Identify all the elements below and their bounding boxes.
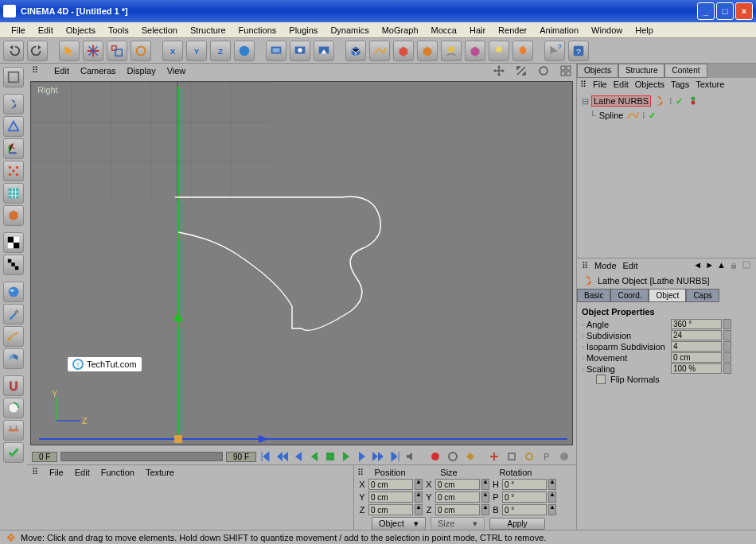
mat-menu-function[interactable]: Function	[101, 468, 134, 477]
edges-mode-button[interactable]	[3, 138, 24, 159]
render-settings-button[interactable]	[314, 41, 334, 61]
vp-menu-edit[interactable]: Edit	[54, 66, 69, 76]
menu-mocca[interactable]: Mocca	[425, 24, 463, 37]
mat-menu-texture[interactable]: Texture	[146, 468, 174, 477]
coord-system-button[interactable]	[234, 41, 255, 61]
size-x-field[interactable]	[435, 479, 480, 490]
grip-icon[interactable]: ⠿	[32, 65, 43, 76]
brush-tool-button[interactable]	[3, 304, 24, 324]
pos-z-spinner[interactable]: ▲	[415, 504, 423, 515]
key-selection-button[interactable]	[463, 450, 477, 463]
rot-b-spinner[interactable]: ▲	[548, 504, 556, 515]
uv-mode-button[interactable]	[3, 205, 24, 226]
play-button[interactable]	[339, 450, 353, 463]
menu-tools[interactable]: Tools	[102, 24, 135, 37]
menu-plugins[interactable]: Plugins	[283, 24, 324, 37]
movement-field[interactable]	[671, 352, 722, 363]
spline-button[interactable]	[369, 41, 390, 61]
pos-y-spinner[interactable]: ▲	[415, 492, 423, 503]
menu-animation[interactable]: Animation	[533, 24, 585, 37]
record-button[interactable]	[428, 450, 442, 463]
prev-frame-button[interactable]	[291, 450, 306, 463]
light-button[interactable]	[489, 41, 509, 61]
nav-fwd-icon[interactable]: ►	[705, 260, 714, 271]
sphere-tool-button[interactable]	[3, 282, 24, 302]
menu-help[interactable]: Help	[629, 24, 660, 37]
scaling-spinner[interactable]	[723, 363, 731, 374]
menu-hair[interactable]: Hair	[463, 24, 492, 37]
points-mode-button[interactable]	[3, 116, 24, 137]
play-back-button[interactable]	[307, 450, 321, 463]
close-button[interactable]: ×	[735, 2, 753, 20]
viewport-zoom-icon[interactable]	[516, 65, 527, 76]
tab-basic[interactable]: Basic	[577, 289, 610, 302]
tab-coord[interactable]: Coord.	[610, 289, 649, 302]
undo-button[interactable]	[3, 41, 24, 61]
size-z-field[interactable]	[435, 504, 480, 515]
pos-z-field[interactable]	[368, 504, 413, 515]
angle-spinner[interactable]	[723, 319, 731, 329]
size-z-spinner[interactable]: ▲	[481, 504, 489, 515]
knife-tool-button[interactable]	[3, 326, 24, 347]
menu-window[interactable]: Window	[585, 24, 629, 37]
polygons-mode-button[interactable]	[3, 161, 24, 181]
nav-back-icon[interactable]: ◄	[693, 260, 702, 271]
grip-icon[interactable]: ⠿	[32, 467, 38, 477]
minimize-button[interactable]: _	[697, 2, 715, 20]
checker2-button[interactable]	[3, 255, 24, 275]
size-dropdown[interactable]: Size▾	[431, 517, 485, 530]
scale-tool[interactable]	[107, 41, 127, 61]
modeling-button[interactable]	[417, 41, 438, 61]
next-key-button[interactable]	[371, 450, 385, 463]
om-objects[interactable]: Objects	[635, 80, 664, 89]
mat-menu-edit[interactable]: Edit	[75, 468, 90, 477]
bridge-tool-button[interactable]	[3, 420, 24, 441]
visibility-toggle-icon[interactable]: ✓	[649, 111, 658, 120]
timeline-settings-button[interactable]	[557, 450, 571, 463]
camera-button[interactable]	[512, 41, 533, 61]
bevel-tool-button[interactable]	[3, 398, 24, 418]
om-edit[interactable]: Edit	[614, 80, 629, 89]
help-button[interactable]: ?	[568, 41, 589, 61]
render-picture-button[interactable]	[290, 41, 310, 61]
next-frame-button[interactable]	[355, 450, 369, 463]
om-texture[interactable]: Texture	[696, 80, 724, 89]
lock-y-button[interactable]: Y	[186, 41, 207, 61]
prev-key-button[interactable]	[275, 450, 290, 463]
key-params-button[interactable]: P	[540, 450, 554, 463]
scaling-field[interactable]	[671, 363, 722, 374]
tab-object[interactable]: Object	[649, 289, 686, 302]
select-tool[interactable]	[59, 41, 80, 61]
size-x-spinner[interactable]: ▲	[481, 479, 489, 490]
size-y-spinner[interactable]: ▲	[481, 492, 489, 503]
size-y-field[interactable]	[435, 492, 480, 503]
tab-caps[interactable]: Caps	[686, 289, 719, 302]
texture-mode-button[interactable]	[3, 183, 24, 204]
rot-p-spinner[interactable]: ▲	[548, 492, 556, 503]
move-tool[interactable]	[83, 41, 103, 61]
isoparm-spinner[interactable]	[723, 341, 731, 352]
tab-content[interactable]: Content	[664, 64, 707, 78]
vp-menu-view[interactable]: View	[167, 66, 186, 76]
nurbs-button[interactable]	[393, 41, 414, 61]
scene-button[interactable]	[441, 41, 462, 61]
autokey-button[interactable]	[446, 450, 460, 463]
viewport-rotate-icon[interactable]	[538, 65, 549, 76]
subdivision-spinner[interactable]	[723, 330, 731, 340]
rotate-tool[interactable]	[131, 41, 151, 61]
menu-objects[interactable]: Objects	[60, 24, 102, 37]
render-toggle-icon[interactable]	[688, 95, 698, 107]
rot-h-field[interactable]	[502, 479, 547, 490]
object-row-lathe[interactable]: ⊟ Lathe NURBS ⁞ ✓	[580, 94, 753, 108]
grip-icon[interactable]: ⠿	[582, 261, 588, 271]
menu-dynamics[interactable]: Dynamics	[324, 24, 375, 37]
flip-normals-checkbox[interactable]	[596, 375, 606, 384]
vp-menu-display[interactable]: Display	[127, 66, 156, 76]
visibility-toggle-icon[interactable]: ✓	[676, 96, 685, 106]
viewport-layout-icon[interactable]	[560, 65, 571, 76]
angle-field[interactable]	[671, 319, 722, 329]
stop-button[interactable]	[323, 450, 337, 463]
vp-menu-cameras[interactable]: Cameras	[80, 66, 116, 76]
rot-b-field[interactable]	[502, 504, 547, 515]
timeline-track[interactable]	[60, 452, 223, 461]
